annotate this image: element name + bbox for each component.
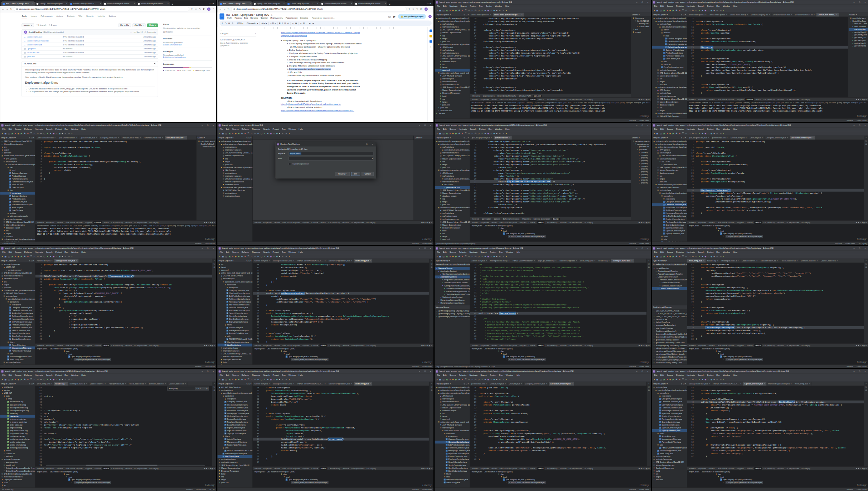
editor-tab[interactable]: UserDto.java× — [748, 136, 765, 139]
tab-close-icon[interactable]: × — [269, 383, 270, 384]
tab-close-icon[interactable]: × — [140, 137, 141, 138]
reload-button[interactable]: ↻ — [227, 8, 229, 10]
doc-line[interactable]: i. L10n and i18n — [287, 71, 418, 74]
toolbar-icon[interactable]: ✚ — [24, 378, 25, 380]
view-tab-git-staging[interactable]: Git Staging — [583, 221, 594, 224]
view-tab-terminal[interactable]: Terminal — [776, 221, 785, 224]
code-editor[interactable]: 1516class="c-ann">@Service17public class… — [687, 17, 848, 97]
toolbar-icon[interactable]: ▲ — [698, 132, 700, 134]
tree-item[interactable]: ▦com.itbulls.learnit.onlinestore.web — [0, 298, 35, 300]
browser-tab[interactable]: Online Shop by Learn IT - All re× — [286, 1, 320, 6]
toolbar-icon[interactable]: ◆ — [711, 9, 712, 11]
tree-item[interactable]: ▣online-store.persistence [java-learnit-… — [435, 392, 470, 395]
view-tab-properties[interactable]: Properties — [262, 467, 272, 470]
menu-source[interactable]: Source — [14, 374, 23, 377]
editor-tab[interactable]: DefaultUser.java× — [488, 382, 507, 386]
toolbar-icon[interactable]: ⚙ — [40, 255, 42, 257]
doc-line[interactable]: j. Perform other required actions in ord… — [287, 74, 418, 77]
editor-tab[interactable]: AdminFilter.java× — [35, 259, 54, 262]
tree-item[interactable]: ▣online-store [in java-learnit-web-onlin… — [652, 140, 687, 143]
tree-item[interactable]: ◫Maven Dependencies — [652, 100, 687, 103]
tree-item[interactable]: ▣online-store.web [java-learnit-web-on — [652, 112, 687, 115]
docs-toolbar-item[interactable]: ↶ — [222, 22, 223, 24]
view-tab-properties[interactable]: Properties — [697, 221, 707, 224]
tab-close-icon[interactable]: × — [746, 137, 747, 138]
view-tab-search[interactable]: Search — [754, 467, 762, 470]
tree-item[interactable]: JCategoryController.java — [652, 398, 687, 401]
toolbar-icon[interactable]: ▦ — [439, 132, 441, 134]
tree-item[interactable]: ▤src/main/java — [217, 192, 252, 195]
tree-item[interactable]: ◫JRE System Library [JavaSE-11] — [0, 272, 35, 275]
tree-item[interactable]: ▤src/main/java — [217, 389, 252, 392]
toolbar-icon[interactable]: ■ — [485, 132, 486, 134]
docs-toolbar-item[interactable]: ✎ — [232, 22, 233, 24]
tree-item[interactable]: ▤src/main/java — [435, 77, 470, 80]
toolbar-icon[interactable]: ◆ — [711, 132, 712, 134]
toolbar-icon[interactable]: ↻ — [689, 378, 690, 380]
view-tab-git-staging[interactable]: Git Staging — [583, 344, 594, 347]
code-editor[interactable]: 48 ModelAndView model = new ModelAndView… — [253, 263, 430, 343]
toolbar-icon[interactable]: ◆ — [493, 255, 495, 257]
search-result-item[interactable]: ▮dao — [471, 350, 650, 353]
toolbar-icon[interactable]: ○ — [491, 255, 492, 257]
close-button[interactable]: × — [646, 247, 650, 249]
toolbar-icon[interactable]: ☰ — [247, 378, 249, 380]
search-result-item[interactable]: ▸5: import javax.persistence.EntityManag… — [254, 481, 432, 483]
toolbar-icon[interactable]: ● — [449, 9, 451, 11]
view-tab-data-source-explorer[interactable]: Data Source Explorer — [716, 221, 736, 224]
menu-project[interactable]: Project — [54, 128, 63, 131]
tab-close-icon[interactable]: × — [709, 383, 710, 384]
file-name-link[interactable]: README.md — [27, 51, 61, 54]
maximize-button[interactable]: □ — [423, 247, 427, 249]
toolbar-icon[interactable]: ▸ — [496, 378, 498, 380]
tree-item[interactable]: ▦com.itbulls.learnit.onlinestore.web — [652, 192, 687, 195]
outline-item[interactable]: ▮project — [631, 31, 651, 34]
toolbar-icon[interactable]: ▣ — [446, 9, 448, 11]
edit-icon[interactable]: ✎ — [416, 8, 418, 10]
editor-tab[interactable]: DefaultUserFacade.j× — [816, 13, 839, 16]
search-result-item[interactable]: JJpaCategoryDao.java (5 matches) — [689, 232, 867, 235]
toolbar-icon[interactable]: ✖ — [461, 255, 463, 257]
toolbar-icon[interactable]: ▸ — [62, 378, 63, 380]
toolbar-icon[interactable]: ↺ — [251, 132, 253, 134]
toolbar-icon[interactable]: ◆ — [493, 9, 495, 11]
view-tab-git-repositories[interactable]: Git Repositories — [133, 344, 149, 347]
toolbar-icon[interactable]: ◆ — [276, 255, 278, 257]
about-readme-link[interactable]: ▤ Readme — [163, 31, 212, 33]
toolbar-icon[interactable]: ↻ — [37, 378, 39, 380]
menu-navigate[interactable]: Navigate — [685, 5, 697, 8]
tree-item[interactable]: ▮Deployed Resources — [435, 92, 470, 94]
view-tab-markers[interactable]: Markers — [471, 467, 480, 470]
toolbar-icon[interactable]: ▾ — [219, 255, 220, 257]
tree-item[interactable]: ▦admin — [652, 29, 687, 31]
panel-menu-icon[interactable]: ⇅ ⊟ ▾ — [464, 14, 469, 16]
tree-item[interactable]: ▮src — [0, 280, 35, 283]
toolbar-icon[interactable]: ← — [499, 132, 501, 134]
toolbar-icon[interactable]: ◆ — [59, 255, 60, 257]
menu-run[interactable]: Run — [63, 251, 70, 254]
tree-item[interactable]: ▦com.itbulls.learnit.onlinestore.pe — [652, 154, 687, 157]
docs-toolbar-item[interactable]: B — [279, 22, 281, 24]
toolbar-icon[interactable]: ⚙ — [475, 132, 476, 134]
toolbar-icon[interactable]: ▸ — [62, 255, 63, 257]
search-result-item[interactable]: ▮impl — [689, 476, 867, 478]
toolbar-icon[interactable]: ◫ — [660, 255, 662, 257]
toolbar-icon[interactable]: ↺ — [685, 132, 687, 134]
docs-menu-файл[interactable]: Файл — [226, 16, 233, 19]
tree-item[interactable]: JDefaultProductFacade.jav — [652, 40, 687, 43]
menu-refactor[interactable]: Refactor — [457, 374, 468, 377]
tab-close-icon[interactable]: × — [486, 260, 487, 261]
menu-refactor[interactable]: Refactor — [675, 251, 685, 254]
tree-item[interactable]: ▮Deployed Resources — [217, 358, 252, 361]
doc-line[interactable]: g. Integrate Hibernate validation of mod… — [287, 64, 418, 68]
toolbar-icon[interactable]: ◇ — [261, 132, 262, 134]
view-tab-markers[interactable]: Markers — [688, 467, 697, 470]
view-tab-git-repositories[interactable]: Git Repositories — [785, 467, 800, 470]
menu-refactor[interactable]: Refactor — [675, 128, 685, 131]
file-name-link[interactable]: pom.xml — [27, 55, 61, 58]
editor-tab[interactable]: JpaUserDao.java× — [79, 136, 98, 139]
tree-item[interactable]: JManagementFilter.java — [652, 438, 687, 441]
hierarchy-item[interactable]: ●AbstractLocaleResolver — [652, 270, 687, 272]
language-javascript[interactable]: JavaScript 3.6% — [193, 69, 210, 72]
toolbar-icon[interactable]: ▪ — [723, 9, 724, 11]
